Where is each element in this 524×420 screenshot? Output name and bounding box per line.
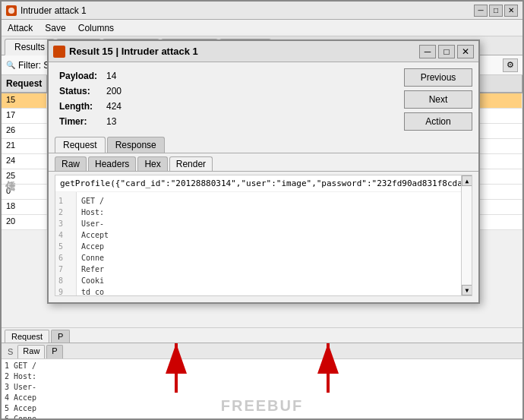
modal-content-area: getProfile({"card_id":"20128880314","use… [55,175,472,296]
bottom-panel: Request P S Raw P 1 GET / 2 Host: 3 User… [2,328,522,418]
modal-payload-line: getProfile({"card_id":"20128880314","use… [55,175,472,192]
bottom-tabs: Request P [2,328,522,343]
bottom-tab-request[interactable]: Request [5,330,49,343]
modal-body: Payload: 14 Status: 200 Length: 424 Ti [49,62,478,137]
next-button[interactable]: Next [404,90,472,109]
action-button[interactable]: Action [404,112,472,131]
bottom-content: 1 GET / 2 Host: 3 User- 4 Accep 5 Accep … [2,359,522,418]
modal-app-icon [53,46,65,58]
bottom-inner-tabs: S Raw P [2,343,522,359]
bottom-label: S [5,345,16,358]
code-line: Accept [81,229,467,241]
code-line: User- [81,218,467,229]
window-title: Intruder attack 1 [21,5,87,16]
status-value: 200 [102,84,126,99]
scrollbar[interactable]: ▲ ▼ [461,175,472,295]
modal-title: Result 15 | Intruder attack 1 [69,46,198,57]
modal-minimize-button[interactable]: ─ [419,45,436,58]
previous-button[interactable]: Previous [404,68,472,87]
code-line: Host: [81,207,467,218]
modal-tabs: Request Response [49,137,478,153]
modal-dialog: Result 15 | Intruder attack 1 ─ □ ✕ Payl… [47,39,480,304]
modal-close-button[interactable]: ✕ [457,45,474,58]
menu-save[interactable]: Save [42,22,68,34]
title-bar: Intruder attack 1 ─ □ ✕ [2,2,522,20]
modal-inner-tabs: Raw Headers Hex Render [49,156,478,172]
bottom-inner-tab-raw[interactable]: Raw [17,345,45,358]
close-button[interactable]: ✕ [504,5,518,17]
modal-info: Payload: 14 Status: 200 Length: 424 Ti [55,68,398,131]
payload-label: Payload: [55,68,102,84]
scroll-down-button[interactable]: ▼ [462,285,472,295]
modal-title-bar: Result 15 | Intruder attack 1 ─ □ ✕ [49,41,478,62]
code-line: Conne [81,252,467,264]
bottom-inner-tab-p[interactable]: P [46,345,62,358]
length-label: Length: [55,99,102,114]
maximize-button[interactable]: □ [489,5,503,17]
svg-point-0 [8,8,14,14]
app-icon [6,5,17,16]
timer-label: Timer: [55,114,102,129]
code-area: 12345678910 GET / Host: User- Accept Acc… [55,192,472,296]
line-numbers: 12345678910 [55,192,77,296]
payload-value: 14 [102,68,126,84]
menu-bar: Attack Save Columns [2,20,522,36]
status-label: Status: [55,84,102,99]
bottom-tab-p[interactable]: P [51,330,70,343]
menu-attack[interactable]: Attack [5,22,36,34]
scroll-up-button[interactable]: ▲ [462,175,472,186]
modal-inner-tab-render[interactable]: Render [169,156,213,171]
code-line: Cooki [81,275,467,286]
code-line: Refer [81,264,467,275]
filter-settings-button[interactable]: ⚙ [503,58,518,72]
main-window: Intruder attack 1 ─ □ ✕ Attack Save Colu… [0,0,524,420]
code-content: GET / Host: User- Accept Accep Conne Ref… [77,192,472,296]
title-controls: ─ □ ✕ [474,5,518,17]
modal-inner-tab-hex[interactable]: Hex [137,156,167,171]
modal-tab-response[interactable]: Response [107,137,165,153]
modal-maximize-button[interactable]: □ [438,45,455,58]
code-line: td_co [81,286,467,296]
title-bar-left: Intruder attack 1 [6,5,87,16]
modal-controls: ─ □ ✕ [419,45,474,58]
left-watermark: 信任 [2,169,18,177]
th-request[interactable]: Request [2,75,47,92]
timer-value: 13 [102,114,126,129]
menu-columns[interactable]: Columns [75,22,117,34]
length-value: 424 [102,99,126,114]
modal-title-left: Result 15 | Intruder attack 1 [53,46,198,58]
minimize-button[interactable]: ─ [474,5,488,17]
scroll-track[interactable] [462,186,472,285]
modal-tab-request[interactable]: Request [55,137,106,153]
modal-actions: Previous Next Action [404,68,472,131]
code-line: GET / [81,195,467,207]
code-line: Accep [81,241,467,252]
bottom-section: Request P S Raw P 1 GET / 2 Host: 3 User… [2,327,522,418]
filter-icon: 🔍 [6,61,15,69]
modal-inner-tab-raw[interactable]: Raw [55,156,87,171]
modal-inner-tab-headers[interactable]: Headers [88,156,136,171]
